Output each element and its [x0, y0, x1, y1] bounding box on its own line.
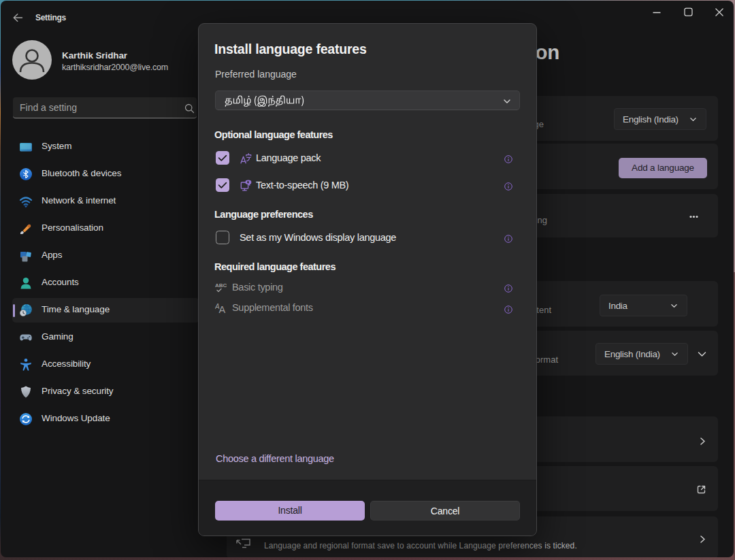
svg-text:ABC: ABC: [215, 282, 227, 289]
svg-text:A: A: [219, 304, 226, 314]
